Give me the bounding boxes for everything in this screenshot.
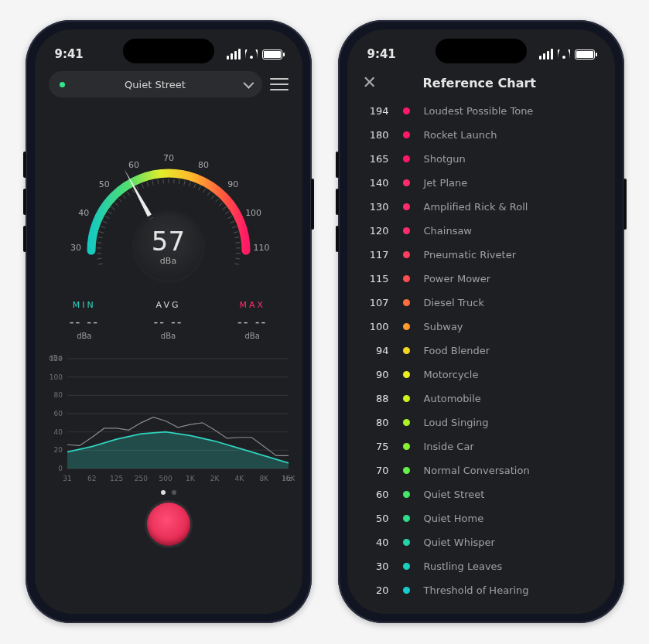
page-dot-1 (172, 490, 176, 495)
svg-text:90: 90 (227, 179, 238, 189)
reference-label: Threshold of Hearing (424, 584, 529, 596)
reference-row[interactable]: 194Loudest Possible Tone (361, 99, 601, 123)
level-dot-icon (403, 563, 410, 570)
level-dot-icon (403, 275, 410, 282)
reference-row[interactable]: 130Amplified Rick & Roll (361, 195, 601, 219)
page-indicator[interactable] (35, 490, 302, 495)
preset-label: Quiet Street (125, 79, 186, 90)
reference-row[interactable]: 107Diesel Truck (361, 291, 601, 315)
chevron-down-icon (243, 78, 254, 89)
svg-text:60: 60 (53, 410, 63, 417)
reference-row[interactable]: 60Quiet Street (361, 482, 601, 506)
reference-db: 60 (361, 489, 389, 500)
reference-label: Rocket Launch (424, 129, 497, 141)
level-dot-icon (403, 371, 410, 378)
level-dot-icon (403, 203, 410, 210)
svg-text:125: 125 (109, 475, 122, 482)
svg-text:8K: 8K (259, 475, 269, 482)
reference-label: Automobile (424, 393, 481, 404)
svg-line-38 (225, 212, 229, 214)
level-dot-icon (403, 155, 410, 162)
svg-line-36 (219, 203, 222, 206)
reference-row[interactable]: 100Subway (361, 315, 601, 339)
menu-button[interactable] (270, 78, 289, 90)
reference-row[interactable]: 90Motorcycle (361, 363, 601, 387)
reference-row[interactable]: 80Loud Singing (361, 411, 601, 434)
reference-db: 80 (361, 417, 389, 428)
svg-line-42 (233, 232, 237, 233)
svg-line-19 (136, 186, 138, 190)
svg-text:70: 70 (163, 153, 174, 163)
cellular-icon (539, 49, 553, 60)
level-dot-icon (403, 323, 410, 330)
reference-label: Jet Plane (424, 177, 468, 189)
stat-max-label: MAX (210, 300, 295, 310)
reference-row[interactable]: 165Shotgun (361, 147, 601, 171)
reference-row[interactable]: 88Automobile (361, 387, 601, 411)
svg-text:40: 40 (78, 208, 89, 218)
preset-dropdown[interactable]: Quiet Street (49, 71, 262, 97)
reference-row[interactable]: 180Rocket Launch (361, 123, 601, 147)
reference-row[interactable]: 94Food Blender (361, 339, 601, 363)
svg-text:100: 100 (245, 208, 261, 218)
reference-db: 40 (361, 537, 389, 548)
stat-min-label: MIN (43, 300, 127, 310)
svg-line-12 (108, 212, 111, 214)
svg-line-37 (222, 207, 226, 210)
stat-min: MIN -- -- dBa (43, 300, 127, 340)
reference-db: 30 (361, 561, 389, 572)
reference-row[interactable]: 20Threshold of Hearing (361, 578, 601, 602)
svg-line-20 (142, 184, 143, 189)
svg-line-14 (114, 203, 118, 206)
reference-list[interactable]: 194Loudest Possible Tone180Rocket Launch… (347, 97, 615, 602)
reference-label: Loud Singing (424, 417, 489, 428)
svg-line-8 (99, 232, 104, 233)
svg-text:50: 50 (98, 179, 109, 189)
svg-line-23 (157, 179, 158, 184)
reference-row[interactable]: 140Jet Plane (361, 171, 601, 195)
svg-line-3 (97, 258, 101, 259)
svg-line-28 (183, 180, 184, 185)
svg-text:30: 30 (70, 243, 81, 253)
level-dot-icon (403, 587, 410, 594)
stat-avg-label: AVG (126, 300, 210, 310)
svg-line-11 (105, 216, 109, 219)
reference-label: Power Mower (424, 273, 491, 285)
gauge-readout: 57 dBa (135, 213, 202, 280)
reference-label: Amplified Rick & Roll (424, 201, 528, 213)
reference-row[interactable]: 70Normal Conversation (361, 458, 601, 482)
level-dot-icon (403, 299, 410, 306)
wifi-icon (558, 49, 570, 59)
reference-db: 107 (361, 297, 389, 308)
svg-text:31: 31 (63, 475, 71, 482)
reference-db: 130 (361, 201, 389, 213)
reference-row[interactable]: 115Power Mower (361, 267, 601, 291)
reference-label: Quiet Home (424, 513, 484, 524)
svg-text:40: 40 (53, 428, 63, 436)
reference-db: 117 (361, 249, 389, 261)
reference-row[interactable]: 120Chainsaw (361, 219, 601, 243)
level-dot-icon (403, 131, 410, 138)
reference-row[interactable]: 30Rustling Leaves (361, 554, 601, 578)
svg-line-10 (103, 221, 107, 223)
stat-avg-unit: dBa (126, 332, 210, 340)
battery-icon (575, 49, 595, 60)
level-dot-icon (403, 179, 410, 186)
svg-line-40 (230, 221, 234, 223)
reference-row[interactable]: 75Inside Car (361, 434, 601, 458)
reference-db: 90 (361, 369, 389, 380)
battery-icon (262, 49, 282, 60)
status-dot-icon (60, 82, 65, 87)
record-button[interactable] (147, 503, 190, 546)
reference-db: 75 (361, 441, 389, 452)
reference-row[interactable]: 40Quiet Whisper (361, 530, 601, 554)
reference-row[interactable]: 117Pneumatic Riveter (361, 243, 601, 267)
status-time: 9:41 (55, 47, 84, 61)
svg-line-6 (97, 243, 101, 244)
reference-row[interactable]: 50Quiet Home (361, 506, 601, 530)
level-dot-icon (403, 491, 410, 498)
svg-text:62: 62 (87, 475, 96, 482)
reference-db: 120 (361, 225, 389, 237)
db-gauge: 2030405060708090100110120 57 dBa (35, 111, 302, 274)
svg-line-39 (227, 216, 231, 219)
